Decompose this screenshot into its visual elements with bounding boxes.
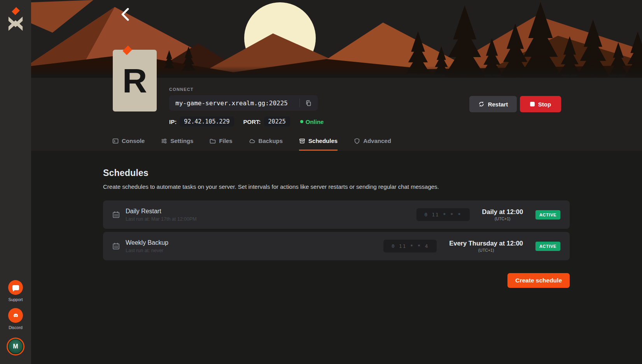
tab-backups[interactable]: Backups	[249, 138, 283, 151]
schedule-row-right: 0 11 * * 4 Every Thursday at 12:00 (UTC+…	[383, 240, 560, 253]
schedule-last-run: Last run at: never	[126, 248, 168, 253]
tab-files[interactable]: Files	[210, 138, 232, 151]
status-badge: ACTIVE	[535, 210, 560, 219]
restart-label: Restart	[488, 101, 508, 108]
tab-label: Advanced	[363, 138, 391, 144]
terminal-icon	[112, 138, 119, 144]
schedules-panel: Schedules Create schedules to automate t…	[31, 151, 642, 364]
user-avatar[interactable]: M	[7, 338, 24, 355]
server-tabs: Console Settings	[112, 138, 391, 151]
stop-button[interactable]: Stop	[520, 96, 561, 112]
schedule-list: Daily Restart Last run at: Mar 17th at 1…	[103, 200, 570, 260]
connect-address-box: my-game-server.xrealm.gg:20225	[169, 95, 318, 111]
schedule-last-run: Last run at: Mar 17th at 12:00PM	[126, 216, 197, 222]
server-action-buttons: Restart Stop	[469, 96, 561, 112]
tab-console[interactable]: Console	[112, 138, 145, 151]
tab-schedules[interactable]: Schedules	[299, 138, 338, 151]
connect-section: CONNECT my-game-server.xrealm.gg:20225	[169, 87, 318, 111]
ip-label: IP:	[169, 118, 177, 125]
cron-expression: 0 11 * * *	[416, 208, 470, 221]
tab-label: Schedules	[308, 138, 338, 144]
folder-icon	[210, 138, 216, 144]
schedule-row-right: 0 11 * * * Daily at 12:00 (UTC+1) ACTIVE	[416, 208, 560, 221]
discord-button[interactable]	[8, 308, 23, 323]
schedule-time-text: Every Thursday at 12:00	[449, 240, 523, 247]
schedule-timezone: (UTC+1)	[482, 216, 523, 221]
sidebar-bottom: Support Discord M	[7, 280, 24, 359]
support-button[interactable]	[8, 280, 23, 295]
server-panel: R CONNECT my-game-server.xrealm.gg:20225…	[0, 0, 642, 364]
status-badge: ACTIVE	[535, 242, 560, 251]
chat-bubble-icon	[12, 285, 19, 290]
schedule-time: Every Thursday at 12:00 (UTC+1)	[449, 240, 523, 253]
create-schedule-row: Create schedule	[103, 273, 570, 288]
copy-icon	[305, 100, 312, 106]
page-description: Create schedules to automate tasks on yo…	[103, 183, 642, 190]
xrealm-logo[interactable]	[8, 9, 23, 31]
schedule-time: Daily at 12:00 (UTC+1)	[482, 208, 523, 221]
stop-label: Stop	[538, 101, 551, 108]
schedule-row-daily-restart[interactable]: Daily Restart Last run at: Mar 17th at 1…	[103, 200, 570, 229]
schedule-info: Daily Restart Last run at: Mar 17th at 1…	[126, 208, 197, 222]
sliders-icon	[161, 138, 167, 144]
discord-icon	[12, 312, 19, 319]
logo-bowtie-icon	[8, 16, 23, 31]
calendar-icon	[112, 211, 120, 218]
support-label: Support	[9, 297, 23, 302]
chevron-left-icon	[119, 8, 132, 21]
schedule-name: Daily Restart	[126, 208, 197, 215]
tab-label: Backups	[259, 138, 283, 144]
refresh-icon	[478, 101, 485, 107]
server-logo-card: R	[113, 50, 157, 111]
stop-square-icon	[530, 102, 535, 106]
schedule-timezone: (UTC+1)	[449, 248, 523, 253]
port-label: PORT:	[243, 118, 261, 125]
divider	[299, 99, 300, 107]
schedule-info: Weekly Backup Last run at: never	[126, 239, 168, 253]
back-button[interactable]	[119, 8, 132, 21]
app-sidebar: Support Discord M	[0, 0, 31, 364]
server-status: Online	[300, 118, 324, 125]
tab-settings[interactable]: Settings	[161, 138, 193, 151]
tab-label: Settings	[170, 138, 193, 144]
tab-label: Files	[219, 138, 232, 144]
shield-icon	[354, 138, 360, 144]
online-dot-icon	[300, 120, 303, 123]
schedule-row-weekly-backup[interactable]: Weekly Backup Last run at: never 0 11 * …	[103, 232, 570, 260]
ip-value: 92.42.105.229	[180, 117, 234, 127]
tab-label: Console	[122, 138, 145, 144]
port-value: 20225	[264, 117, 290, 127]
copy-address-button[interactable]	[304, 98, 313, 108]
schedule-name: Weekly Backup	[126, 239, 168, 246]
create-schedule-button[interactable]: Create schedule	[507, 273, 570, 288]
page-title: Schedules	[103, 168, 642, 178]
calendar-icon	[112, 242, 120, 250]
cloud-icon	[249, 138, 255, 144]
connect-label: CONNECT	[169, 87, 318, 92]
tab-advanced[interactable]: Advanced	[354, 138, 391, 151]
ip-port-row: IP: 92.42.105.229 PORT: 20225 Online	[169, 117, 324, 127]
connect-address: my-game-server.xrealm.gg:20225	[175, 99, 296, 107]
server-logo-letter: R	[122, 64, 147, 98]
logo-diamond-icon	[12, 7, 20, 15]
restart-button[interactable]: Restart	[469, 96, 517, 112]
online-status-text: Online	[306, 118, 324, 125]
cron-expression: 0 11 * * 4	[383, 240, 437, 253]
discord-label: Discord	[9, 325, 23, 330]
schedule-time-text: Daily at 12:00	[482, 208, 523, 216]
archive-icon	[299, 138, 305, 144]
